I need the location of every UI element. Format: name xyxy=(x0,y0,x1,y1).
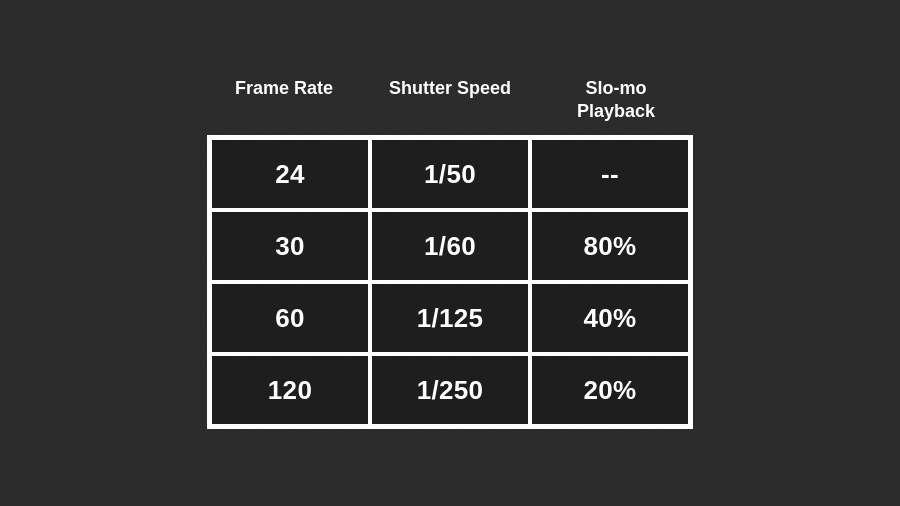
cell-row1-shutter-speed: 1/50 xyxy=(370,138,530,210)
cell-row1-frame-rate: 24 xyxy=(210,138,370,210)
cell-row1-slo-mo: -- xyxy=(530,138,690,210)
data-grid: 24 1/50 -- 30 1/60 80% 60 1/125 40% 120 … xyxy=(207,135,693,429)
cell-row2-shutter-speed: 1/60 xyxy=(370,210,530,282)
header-frame-rate: Frame Rate xyxy=(201,77,367,132)
cell-row3-frame-rate: 60 xyxy=(210,282,370,354)
cell-row3-slo-mo: 40% xyxy=(530,282,690,354)
cell-row2-slo-mo: 80% xyxy=(530,210,690,282)
cell-row4-slo-mo: 20% xyxy=(530,354,690,426)
table-headers: Frame Rate Shutter Speed Slo-mo Playback xyxy=(201,77,699,132)
comparison-table: Frame Rate Shutter Speed Slo-mo Playback… xyxy=(201,77,699,430)
cell-row3-shutter-speed: 1/125 xyxy=(370,282,530,354)
cell-row4-frame-rate: 120 xyxy=(210,354,370,426)
header-slo-mo-playback: Slo-mo Playback xyxy=(533,77,699,132)
cell-row4-shutter-speed: 1/250 xyxy=(370,354,530,426)
cell-row2-frame-rate: 30 xyxy=(210,210,370,282)
header-shutter-speed: Shutter Speed xyxy=(367,77,533,132)
